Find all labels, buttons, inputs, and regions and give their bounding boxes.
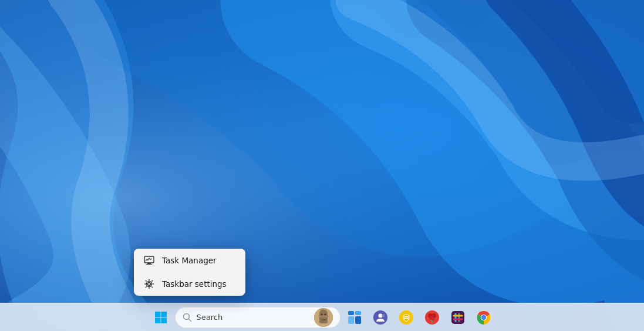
- svg-rect-7: [155, 312, 161, 317]
- task-manager-icon: [143, 255, 155, 266]
- context-menu: Task Manager Taskbar settings: [134, 249, 245, 296]
- sticky-notes-icon: [399, 310, 414, 325]
- chrome-icon: [476, 310, 491, 325]
- svg-point-5: [148, 283, 151, 286]
- svg-line-12: [188, 319, 191, 321]
- widgets-button[interactable]: [343, 306, 366, 329]
- slack-button[interactable]: [446, 306, 470, 329]
- search-icon: [183, 313, 192, 322]
- svg-rect-20: [348, 311, 354, 315]
- chrome-button[interactable]: [472, 306, 495, 329]
- settings-icon: [143, 278, 155, 290]
- taskbar-center: Search: [149, 306, 495, 329]
- teams-icon: [373, 310, 388, 325]
- svg-rect-8: [161, 312, 167, 317]
- widgets-icon: [347, 310, 362, 325]
- svg-rect-10: [161, 317, 167, 323]
- start-button[interactable]: [149, 306, 173, 329]
- svg-rect-19: [321, 319, 326, 320]
- cherrytree-icon: [424, 310, 440, 325]
- svg-rect-9: [155, 317, 161, 323]
- svg-point-17: [321, 313, 323, 315]
- cherrytree-button[interactable]: [420, 306, 444, 329]
- windows-logo-icon: [154, 311, 167, 324]
- svg-rect-2: [144, 256, 154, 263]
- slack-icon: [450, 310, 466, 325]
- svg-rect-23: [355, 316, 361, 324]
- svg-rect-34: [451, 311, 464, 324]
- search-bar[interactable]: Search: [175, 307, 340, 328]
- svg-rect-22: [348, 316, 354, 324]
- search-text: Search: [197, 313, 309, 322]
- svg-rect-16: [319, 315, 328, 317]
- teams-button[interactable]: [369, 306, 392, 329]
- svg-point-42: [481, 315, 486, 320]
- taskbar-settings-menu-item[interactable]: Taskbar settings: [134, 272, 245, 296]
- task-manager-menu-item[interactable]: Task Manager: [134, 249, 245, 272]
- svg-rect-21: [355, 311, 361, 315]
- task-manager-label: Task Manager: [162, 256, 217, 265]
- search-thumbnail: [314, 308, 333, 327]
- svg-rect-4: [146, 264, 152, 265]
- sticky-notes-button[interactable]: [395, 306, 418, 329]
- desktop: Task Manager Taskbar settings: [0, 0, 644, 331]
- taskbar-settings-label: Taskbar settings: [162, 279, 227, 289]
- taskbar: Search: [0, 303, 644, 331]
- svg-point-18: [324, 313, 326, 315]
- wallpaper: [0, 0, 644, 331]
- svg-rect-3: [147, 263, 151, 264]
